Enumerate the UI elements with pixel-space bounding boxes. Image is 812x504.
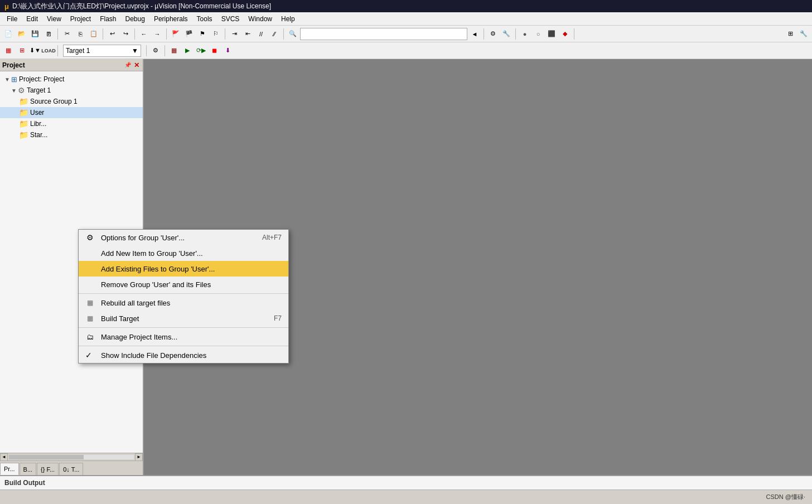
toolbar2: ▦ ⊞ ⬇▼ LOAD Target 1 ▼ ⚙ ▦ ▶ ⟳▶ ◼ ⬇ bbox=[0, 42, 812, 59]
panel-header: Project 📌 ✕ bbox=[0, 59, 143, 71]
load-button[interactable]: LOAD bbox=[42, 45, 55, 57]
build-icon2[interactable]: ⊞ bbox=[16, 45, 28, 57]
tab-templates[interactable]: 0↓ T... bbox=[59, 463, 83, 475]
search-input[interactable] bbox=[300, 28, 467, 40]
search-button[interactable]: 🔍 bbox=[287, 28, 299, 40]
pin-icon[interactable]: 📌 bbox=[124, 61, 132, 69]
build-icon: ▦ bbox=[84, 313, 95, 324]
misc1-button[interactable]: ⚙ bbox=[487, 28, 499, 40]
menu-item-project[interactable]: Project bbox=[66, 12, 95, 25]
tree-item-libr[interactable]: 📁 Libr... bbox=[0, 118, 143, 129]
rebuild-icon: ▦ bbox=[84, 297, 95, 308]
layout-button[interactable]: ⊞ bbox=[784, 28, 796, 40]
cut-button[interactable]: ✂ bbox=[61, 28, 73, 40]
back-button[interactable]: ← bbox=[138, 28, 150, 40]
save-all-button[interactable]: 🖹 bbox=[42, 28, 55, 40]
tree-item-source-group1[interactable]: 📁 Source Group 1 bbox=[0, 96, 143, 107]
ctx-build[interactable]: ▦ Build Target F7 bbox=[79, 311, 288, 326]
status-text: CSDN @懂碌· bbox=[766, 493, 805, 501]
save-button[interactable]: 💾 bbox=[29, 28, 41, 40]
manage-icon: 🗂 bbox=[84, 331, 95, 342]
panel-title: Project bbox=[2, 61, 25, 69]
menu-item-file[interactable]: File bbox=[2, 12, 22, 25]
menu-item-svcs[interactable]: SVCS bbox=[217, 12, 244, 25]
target-label: Target 1 bbox=[66, 47, 90, 55]
build-output-label: Build Output bbox=[4, 479, 45, 487]
ctx-sep3 bbox=[79, 346, 288, 346]
download-button[interactable]: ⬇ bbox=[221, 45, 234, 57]
bookmark4-button[interactable]: ⚐ bbox=[210, 28, 222, 40]
options-button[interactable]: 🔧 bbox=[798, 28, 810, 40]
build2-button[interactable]: ▶ bbox=[181, 45, 194, 57]
unindent-button[interactable]: ⇤ bbox=[241, 28, 254, 40]
indent-button[interactable]: ⇥ bbox=[228, 28, 240, 40]
context-menu: ⚙ Options for Group 'User'... Alt+F7 Add… bbox=[78, 229, 289, 364]
menu-item-tools[interactable]: Tools bbox=[192, 12, 217, 25]
bookmark2-button[interactable]: 🏴 bbox=[183, 28, 195, 40]
scroll-left-btn[interactable]: ◄ bbox=[0, 453, 8, 461]
circle2-button[interactable]: ○ bbox=[532, 28, 544, 40]
menu-item-debug[interactable]: Debug bbox=[121, 12, 149, 25]
copy-button[interactable]: ⎘ bbox=[74, 28, 86, 40]
ctx-add-new[interactable]: Add New Item to Group 'User'... bbox=[79, 245, 288, 261]
tab-functions[interactable]: {} F... bbox=[37, 463, 59, 475]
tab-project[interactable]: Pr... bbox=[0, 463, 19, 475]
menu-item-window[interactable]: Window bbox=[244, 12, 277, 25]
build-output-panel: Build Output bbox=[0, 475, 812, 490]
redo-button[interactable]: ↪ bbox=[119, 28, 132, 40]
stop-button[interactable]: ⬛ bbox=[545, 28, 558, 40]
ctx-remove-group[interactable]: Remove Group 'User' and its Files bbox=[79, 277, 288, 292]
forward-button[interactable]: → bbox=[151, 28, 163, 40]
options2-button[interactable]: ⚙ bbox=[149, 45, 162, 57]
open-button[interactable]: 📂 bbox=[16, 28, 28, 40]
ctx-rebuild[interactable]: ▦ Rebuild all target files bbox=[79, 295, 288, 311]
new-button[interactable]: 📄 bbox=[2, 28, 14, 40]
ctx-sep1 bbox=[79, 293, 288, 294]
scroll-right-btn[interactable]: ► bbox=[135, 453, 143, 461]
ctx-sep2 bbox=[79, 327, 288, 328]
tree-item-star[interactable]: 📁 Star... bbox=[0, 129, 143, 140]
tree-item-target[interactable]: ▼ ⚙ Target 1 bbox=[0, 85, 143, 96]
status-bar: CSDN @懂碌· bbox=[0, 490, 812, 504]
checkmark-icon: ✓ bbox=[85, 351, 92, 360]
app-icon: μ bbox=[4, 2, 9, 11]
tree-item-user[interactable]: 📁 User bbox=[0, 107, 143, 118]
title-text: D:\嵌入式作业\入门点亮LED灯\Project.uvprojx - µVis… bbox=[12, 2, 271, 11]
misc2-button[interactable]: 🔧 bbox=[500, 28, 513, 40]
main-area: Project 📌 ✕ ▼ ⊞ Project: Project ▼ ⚙ Tar… bbox=[0, 59, 812, 475]
menu-item-view[interactable]: View bbox=[42, 12, 66, 25]
panel-header-icons: 📌 ✕ bbox=[124, 61, 141, 69]
undo-button[interactable]: ↩ bbox=[106, 28, 118, 40]
build-icon1[interactable]: ▦ bbox=[2, 45, 14, 57]
uncomment-button[interactable]: ⁄⁄ bbox=[268, 28, 281, 40]
menu-item-peripherals[interactable]: Peripherals bbox=[149, 12, 192, 25]
rebuild-button[interactable]: ⟳▶ bbox=[195, 45, 207, 57]
paste-button[interactable]: 📋 bbox=[88, 28, 100, 40]
stop2-button[interactable]: ◼ bbox=[208, 45, 220, 57]
bookmark1-button[interactable]: 🚩 bbox=[170, 28, 182, 40]
ctx-manage[interactable]: 🗂 Manage Project Items... bbox=[79, 329, 288, 345]
horiz-scroll: ◄ ► bbox=[0, 453, 143, 461]
ctx-add-existing[interactable]: Add Existing Files to Group 'User'... bbox=[79, 261, 288, 277]
tree-item-project[interactable]: ▼ ⊞ Project: Project bbox=[0, 74, 143, 85]
search-prev-button[interactable]: ◄ bbox=[468, 28, 481, 40]
close-panel-icon[interactable]: ✕ bbox=[133, 61, 141, 69]
circle1-button[interactable]: ● bbox=[519, 28, 531, 40]
title-bar: μ D:\嵌入式作业\入门点亮LED灯\Project.uvprojx - µV… bbox=[0, 0, 812, 12]
menu-item-help[interactable]: Help bbox=[277, 12, 299, 25]
target-selector[interactable]: Target 1 ▼ bbox=[63, 45, 141, 57]
options-icon: ⚙ bbox=[84, 232, 95, 243]
toolbar1: 📄 📂 💾 🖹 ✂ ⎘ 📋 ↩ ↪ ← → 🚩 🏴 ⚑ ⚐ ⇥ ⇤ // ⁄⁄ … bbox=[0, 26, 812, 42]
ctx-options[interactable]: ⚙ Options for Group 'User'... Alt+F7 bbox=[79, 230, 288, 245]
menu-bar: FileEditViewProjectFlashDebugPeripherals… bbox=[0, 12, 812, 26]
ctx-show-include[interactable]: ✓ Show Include File Dependencies bbox=[79, 347, 288, 363]
gem-button[interactable]: ◆ bbox=[559, 28, 571, 40]
translate-button[interactable]: ▦ bbox=[168, 45, 180, 57]
menu-item-flash[interactable]: Flash bbox=[95, 12, 120, 25]
tab-books[interactable]: B... bbox=[20, 463, 37, 475]
panel-bottom-tabs: Pr... B... {} F... 0↓ T... bbox=[0, 461, 143, 475]
bookmark3-button[interactable]: ⚑ bbox=[196, 28, 209, 40]
menu-item-edit[interactable]: Edit bbox=[22, 12, 42, 25]
comment-button[interactable]: // bbox=[255, 28, 267, 40]
load-dropdown[interactable]: ⬇▼ bbox=[29, 45, 41, 57]
